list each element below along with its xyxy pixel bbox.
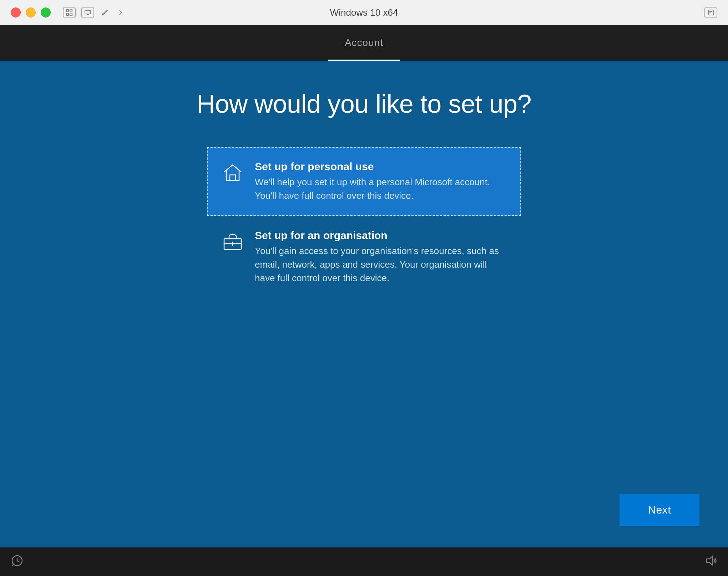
clock-icon bbox=[11, 554, 24, 570]
display-icon[interactable] bbox=[81, 7, 94, 17]
bottom-bar bbox=[0, 547, 728, 576]
nav-account-label: Account bbox=[345, 37, 383, 49]
grid-icon[interactable] bbox=[63, 7, 76, 17]
maximize-button[interactable] bbox=[41, 7, 51, 17]
organisation-desc: You'll gain access to your organisation'… bbox=[255, 244, 506, 285]
minimize-button[interactable] bbox=[26, 7, 36, 17]
svg-rect-1 bbox=[70, 10, 72, 12]
next-button[interactable]: Next bbox=[620, 494, 699, 526]
options-container: Set up for personal use We'll help you s… bbox=[207, 147, 521, 298]
page-title: How would you like to set up? bbox=[197, 89, 531, 118]
title-bar-controls bbox=[63, 7, 126, 17]
nav-bar: Account bbox=[0, 25, 728, 61]
svg-rect-3 bbox=[70, 13, 72, 15]
personal-use-text: Set up for personal use We'll help you s… bbox=[255, 161, 506, 202]
personal-use-title: Set up for personal use bbox=[255, 161, 506, 173]
personal-use-option[interactable]: Set up for personal use We'll help you s… bbox=[207, 147, 521, 216]
svg-rect-2 bbox=[66, 13, 69, 15]
title-bar-right bbox=[704, 7, 717, 17]
chevron-right-icon[interactable] bbox=[116, 7, 126, 17]
svg-line-15 bbox=[12, 564, 14, 566]
personal-use-desc: We'll help you set it up with a personal… bbox=[255, 176, 506, 202]
svg-rect-4 bbox=[85, 10, 91, 14]
window-title: Windows 10 x64 bbox=[330, 7, 398, 18]
title-bar: Windows 10 x64 bbox=[0, 0, 728, 25]
volume-icon bbox=[704, 554, 717, 570]
close-button[interactable] bbox=[11, 7, 21, 17]
wrench-icon[interactable] bbox=[100, 7, 110, 17]
briefcase-icon bbox=[222, 231, 243, 252]
organisation-option[interactable]: Set up for an organisation You'll gain a… bbox=[207, 216, 521, 298]
svg-marker-16 bbox=[707, 556, 712, 565]
note-icon[interactable] bbox=[704, 7, 717, 17]
main-content: How would you like to set up? Set up for… bbox=[0, 61, 728, 547]
svg-rect-0 bbox=[66, 10, 69, 12]
svg-point-6 bbox=[102, 14, 104, 15]
home-icon bbox=[222, 162, 243, 183]
organisation-text: Set up for an organisation You'll gain a… bbox=[255, 229, 506, 285]
title-bar-left bbox=[11, 7, 126, 17]
organisation-title: Set up for an organisation bbox=[255, 229, 506, 242]
svg-rect-10 bbox=[230, 175, 236, 181]
